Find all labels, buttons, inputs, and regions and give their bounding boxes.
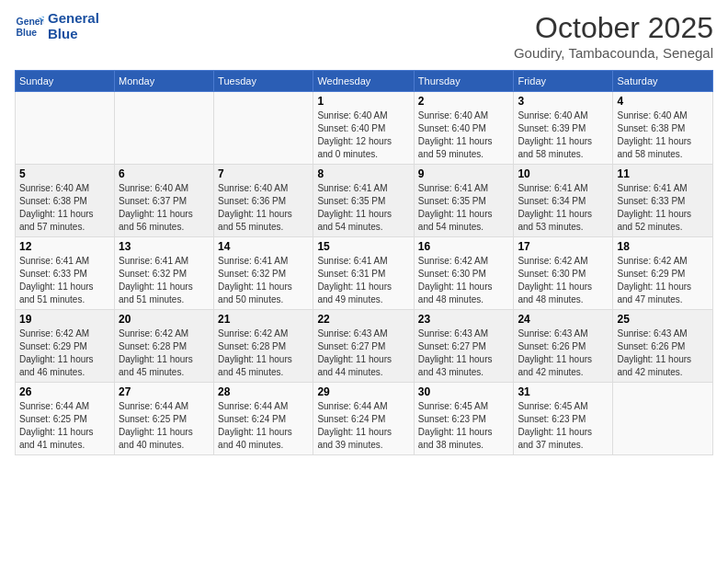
calendar-cell: 22Sunrise: 6:43 AM Sunset: 6:27 PM Dayli… bbox=[313, 310, 414, 383]
calendar-cell: 23Sunrise: 6:43 AM Sunset: 6:27 PM Dayli… bbox=[414, 310, 514, 383]
day-info: Sunrise: 6:40 AM Sunset: 6:40 PM Dayligh… bbox=[418, 109, 510, 161]
header: General Blue General Blue October 2025 G… bbox=[15, 11, 713, 61]
day-info: Sunrise: 6:42 AM Sunset: 6:28 PM Dayligh… bbox=[218, 327, 309, 379]
day-info: Sunrise: 6:43 AM Sunset: 6:26 PM Dayligh… bbox=[617, 327, 709, 379]
calendar-cell: 4Sunrise: 6:40 AM Sunset: 6:38 PM Daylig… bbox=[613, 92, 713, 165]
calendar-cell: 13Sunrise: 6:41 AM Sunset: 6:32 PM Dayli… bbox=[115, 237, 214, 310]
day-number: 31 bbox=[518, 385, 609, 398]
calendar-cell: 11Sunrise: 6:41 AM Sunset: 6:33 PM Dayli… bbox=[613, 165, 713, 237]
day-number: 18 bbox=[617, 240, 709, 253]
day-info: Sunrise: 6:41 AM Sunset: 6:35 PM Dayligh… bbox=[317, 182, 409, 234]
day-number: 9 bbox=[418, 167, 510, 180]
calendar-cell: 26Sunrise: 6:44 AM Sunset: 6:25 PM Dayli… bbox=[16, 383, 115, 455]
calendar-cell: 7Sunrise: 6:40 AM Sunset: 6:36 PM Daylig… bbox=[214, 165, 313, 237]
day-info: Sunrise: 6:45 AM Sunset: 6:23 PM Dayligh… bbox=[518, 400, 609, 452]
day-number: 3 bbox=[518, 95, 609, 108]
calendar-cell: 18Sunrise: 6:42 AM Sunset: 6:29 PM Dayli… bbox=[613, 237, 713, 310]
day-number: 27 bbox=[119, 385, 210, 398]
month-title: October 2025 bbox=[514, 11, 713, 45]
calendar-cell: 19Sunrise: 6:42 AM Sunset: 6:29 PM Dayli… bbox=[16, 310, 115, 383]
day-number: 29 bbox=[317, 385, 409, 398]
calendar-cell bbox=[214, 92, 313, 165]
day-info: Sunrise: 6:40 AM Sunset: 6:38 PM Dayligh… bbox=[19, 182, 110, 234]
day-number: 2 bbox=[418, 95, 510, 108]
main-container: General Blue General Blue October 2025 G… bbox=[0, 0, 728, 563]
day-info: Sunrise: 6:42 AM Sunset: 6:30 PM Dayligh… bbox=[518, 255, 609, 306]
day-number: 13 bbox=[119, 240, 210, 253]
day-number: 26 bbox=[19, 385, 110, 398]
day-number: 20 bbox=[119, 313, 210, 326]
calendar-cell: 8Sunrise: 6:41 AM Sunset: 6:35 PM Daylig… bbox=[313, 165, 414, 237]
day-number: 6 bbox=[119, 167, 210, 180]
day-info: Sunrise: 6:43 AM Sunset: 6:27 PM Dayligh… bbox=[317, 327, 409, 379]
day-number: 21 bbox=[218, 313, 309, 326]
day-number: 24 bbox=[518, 313, 609, 326]
calendar-cell: 9Sunrise: 6:41 AM Sunset: 6:35 PM Daylig… bbox=[414, 165, 514, 237]
day-number: 23 bbox=[418, 313, 510, 326]
day-info: Sunrise: 6:40 AM Sunset: 6:40 PM Dayligh… bbox=[317, 109, 409, 161]
day-number: 7 bbox=[218, 167, 309, 180]
subtitle: Goudiry, Tambacounda, Senegal bbox=[514, 45, 713, 61]
day-info: Sunrise: 6:41 AM Sunset: 6:31 PM Dayligh… bbox=[317, 255, 409, 306]
calendar-cell: 20Sunrise: 6:42 AM Sunset: 6:28 PM Dayli… bbox=[115, 310, 214, 383]
day-info: Sunrise: 6:44 AM Sunset: 6:25 PM Dayligh… bbox=[19, 400, 110, 452]
day-info: Sunrise: 6:44 AM Sunset: 6:25 PM Dayligh… bbox=[119, 400, 210, 452]
calendar-cell: 29Sunrise: 6:44 AM Sunset: 6:24 PM Dayli… bbox=[313, 383, 414, 455]
day-number: 11 bbox=[617, 167, 709, 180]
day-number: 15 bbox=[317, 240, 409, 253]
calendar-cell: 6Sunrise: 6:40 AM Sunset: 6:37 PM Daylig… bbox=[115, 165, 214, 237]
day-number: 17 bbox=[518, 240, 609, 253]
calendar-table: SundayMondayTuesdayWednesdayThursdayFrid… bbox=[15, 70, 713, 455]
day-info: Sunrise: 6:44 AM Sunset: 6:24 PM Dayligh… bbox=[218, 400, 309, 452]
day-info: Sunrise: 6:40 AM Sunset: 6:36 PM Dayligh… bbox=[218, 182, 309, 234]
calendar-cell: 17Sunrise: 6:42 AM Sunset: 6:30 PM Dayli… bbox=[514, 237, 613, 310]
calendar-cell: 10Sunrise: 6:41 AM Sunset: 6:34 PM Dayli… bbox=[514, 165, 613, 237]
day-number: 22 bbox=[317, 313, 409, 326]
day-number: 4 bbox=[617, 95, 709, 108]
logo-blue: Blue bbox=[48, 27, 99, 42]
day-number: 10 bbox=[518, 167, 609, 180]
day-info: Sunrise: 6:44 AM Sunset: 6:24 PM Dayligh… bbox=[317, 400, 409, 452]
calendar-cell: 30Sunrise: 6:45 AM Sunset: 6:23 PM Dayli… bbox=[414, 383, 514, 455]
calendar-cell: 25Sunrise: 6:43 AM Sunset: 6:26 PM Dayli… bbox=[613, 310, 713, 383]
day-number: 30 bbox=[418, 385, 510, 398]
weekday-header-monday: Monday bbox=[115, 71, 214, 92]
day-number: 1 bbox=[317, 95, 409, 108]
day-number: 25 bbox=[617, 313, 709, 326]
day-info: Sunrise: 6:41 AM Sunset: 6:34 PM Dayligh… bbox=[518, 182, 609, 234]
weekday-header-friday: Friday bbox=[514, 71, 613, 92]
day-number: 14 bbox=[218, 240, 309, 253]
weekday-header-thursday: Thursday bbox=[414, 71, 514, 92]
calendar-cell: 12Sunrise: 6:41 AM Sunset: 6:33 PM Dayli… bbox=[16, 237, 115, 310]
weekday-header-tuesday: Tuesday bbox=[214, 71, 313, 92]
calendar-cell: 21Sunrise: 6:42 AM Sunset: 6:28 PM Dayli… bbox=[214, 310, 313, 383]
day-info: Sunrise: 6:42 AM Sunset: 6:29 PM Dayligh… bbox=[19, 327, 110, 379]
day-info: Sunrise: 6:45 AM Sunset: 6:23 PM Dayligh… bbox=[418, 400, 510, 452]
day-info: Sunrise: 6:42 AM Sunset: 6:28 PM Dayligh… bbox=[119, 327, 210, 379]
calendar-cell: 28Sunrise: 6:44 AM Sunset: 6:24 PM Dayli… bbox=[214, 383, 313, 455]
calendar-cell: 16Sunrise: 6:42 AM Sunset: 6:30 PM Dayli… bbox=[414, 237, 514, 310]
calendar-cell: 14Sunrise: 6:41 AM Sunset: 6:32 PM Dayli… bbox=[214, 237, 313, 310]
weekday-header-row: SundayMondayTuesdayWednesdayThursdayFrid… bbox=[16, 71, 713, 92]
calendar-cell: 3Sunrise: 6:40 AM Sunset: 6:39 PM Daylig… bbox=[514, 92, 613, 165]
calendar-cell: 5Sunrise: 6:40 AM Sunset: 6:38 PM Daylig… bbox=[16, 165, 115, 237]
day-info: Sunrise: 6:43 AM Sunset: 6:26 PM Dayligh… bbox=[518, 327, 609, 379]
calendar-cell: 1Sunrise: 6:40 AM Sunset: 6:40 PM Daylig… bbox=[313, 92, 414, 165]
day-info: Sunrise: 6:41 AM Sunset: 6:32 PM Dayligh… bbox=[119, 255, 210, 306]
calendar-cell bbox=[16, 92, 115, 165]
weekday-header-saturday: Saturday bbox=[613, 71, 713, 92]
day-info: Sunrise: 6:41 AM Sunset: 6:33 PM Dayligh… bbox=[617, 182, 709, 234]
day-info: Sunrise: 6:41 AM Sunset: 6:32 PM Dayligh… bbox=[218, 255, 309, 306]
calendar-cell: 27Sunrise: 6:44 AM Sunset: 6:25 PM Dayli… bbox=[115, 383, 214, 455]
day-number: 28 bbox=[218, 385, 309, 398]
day-info: Sunrise: 6:42 AM Sunset: 6:29 PM Dayligh… bbox=[617, 255, 709, 306]
calendar-cell bbox=[613, 383, 713, 455]
day-info: Sunrise: 6:41 AM Sunset: 6:35 PM Dayligh… bbox=[418, 182, 510, 234]
day-info: Sunrise: 6:40 AM Sunset: 6:38 PM Dayligh… bbox=[617, 109, 709, 161]
week-row-4: 19Sunrise: 6:42 AM Sunset: 6:29 PM Dayli… bbox=[16, 310, 713, 383]
calendar-cell bbox=[115, 92, 214, 165]
day-info: Sunrise: 6:43 AM Sunset: 6:27 PM Dayligh… bbox=[418, 327, 510, 379]
logo: General Blue General Blue bbox=[15, 11, 99, 41]
day-number: 16 bbox=[418, 240, 510, 253]
week-row-1: 1Sunrise: 6:40 AM Sunset: 6:40 PM Daylig… bbox=[16, 92, 713, 165]
